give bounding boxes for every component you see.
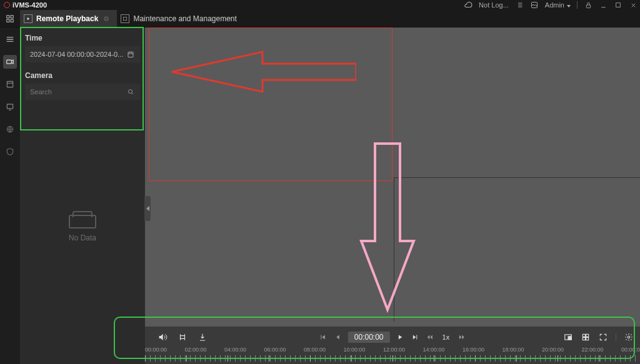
tl-label: 18:00:00 [502,347,542,354]
fullscreen-icon[interactable] [598,332,608,342]
svg-rect-17 [582,334,585,337]
nav-hamburger-icon[interactable] [3,32,17,46]
empty-box-icon [69,215,96,229]
nav-globe-icon[interactable] [3,122,17,136]
tl-label: 04:00:00 [224,347,264,354]
svg-rect-18 [586,334,589,337]
tl-label: 10:00:00 [344,347,384,354]
lock-icon[interactable] [584,1,592,9]
app-title: iVMS-4200 [12,1,47,9]
image-icon[interactable] [530,1,539,9]
tl-label: 00:00:00 [145,347,185,354]
cloud-icon[interactable] [464,1,472,9]
no-data-text: No Data [69,234,96,242]
app-logo-icon [4,2,10,8]
date-range-input[interactable]: 2024-07-04 00:00:00-2024-0... [25,46,140,62]
skip-back-icon[interactable] [318,332,328,342]
nav-strip [0,27,20,364]
tab-label: Remote Playback [36,14,98,23]
speed-up-icon[interactable] [457,332,467,342]
time-heading: Time [25,34,140,42]
annotation-pink-down-arrow [359,141,416,316]
annotation-red-box [149,27,392,181]
skip-forward-icon[interactable] [410,332,420,342]
no-data-indicator: No Data [20,215,145,242]
main-area: Time 2024-07-04 00:00:00-2024-0... Camer… [0,27,640,364]
tabbar: Remote Playback Maintenance and Manageme… [0,10,640,27]
grid-layout-icon[interactable] [581,332,591,342]
tab-close-icon[interactable] [102,14,111,23]
camera-search-input[interactable]: Search [25,84,140,100]
home-grid-button[interactable] [0,10,20,27]
minimize-icon[interactable] [599,1,608,9]
tl-label: 08:00:00 [304,347,344,354]
collapse-panel-button[interactable] [144,196,151,221]
timeline-major-ticks [145,355,640,362]
svg-rect-4 [11,15,13,17]
video-area[interactable]: 00:00:00 1x [145,27,640,364]
tl-label: 16:00:00 [462,347,502,354]
step-back-icon[interactable] [333,332,343,342]
annotation-red-left-arrow [169,50,356,94]
speed-display: 1x [440,333,452,341]
svg-rect-16 [568,337,571,340]
svg-rect-1 [586,5,590,8]
grid-divider-h [394,177,640,178]
cloud-status-text: Not Log... [479,1,509,9]
svg-rect-2 [616,3,621,7]
titlebar: iVMS-4200 Not Log... Admin [0,0,640,10]
nav-shield-icon[interactable] [3,145,17,159]
nav-camera-icon[interactable] [3,55,17,69]
playback-control-bar: 00:00:00 1x [145,327,640,364]
tl-label: 14:00:00 [423,347,463,354]
divider-icon [616,333,616,341]
search-placeholder: Search [30,88,52,96]
window-layout-icon[interactable] [563,332,573,342]
speed-down-icon[interactable] [425,332,435,342]
svg-rect-5 [7,19,9,22]
maintenance-icon [121,14,129,23]
tab-remote-playback[interactable]: Remote Playback [20,10,117,27]
list-icon[interactable] [515,1,524,9]
svg-rect-13 [128,52,133,57]
tl-label: 06:00:00 [264,347,304,354]
clip-icon[interactable] [178,332,188,342]
svg-point-21 [628,336,630,338]
tl-label: 00:00:0 [621,347,640,354]
camera-heading: Camera [25,71,140,80]
calendar-icon [126,50,135,59]
svg-rect-9 [7,60,12,64]
side-panel: Time 2024-07-04 00:00:00-2024-0... Camer… [20,27,145,364]
nav-monitor-icon[interactable] [3,100,17,114]
grid-divider-v [394,177,394,322]
maximize-icon[interactable] [614,1,622,9]
settings-icon[interactable] [624,332,634,342]
search-icon [126,87,135,96]
svg-rect-20 [586,338,589,340]
tl-label: 02:00:00 [185,347,225,354]
nav-event-icon[interactable] [3,77,17,91]
play-icon[interactable] [395,332,405,342]
svg-rect-10 [7,81,12,87]
download-icon[interactable] [198,332,208,342]
svg-rect-8 [124,17,127,20]
user-menu[interactable]: Admin [545,1,571,9]
tab-label: Maintenance and Management [133,14,236,23]
date-range-text: 2024-07-04 00:00:00-2024-0... [30,51,123,58]
playback-icon [24,14,32,23]
svg-rect-6 [11,19,13,22]
tab-maintenance[interactable]: Maintenance and Management [117,10,242,27]
tl-label: 22:00:00 [582,347,622,354]
svg-rect-3 [7,15,9,17]
current-time-display: 00:00:00 [348,332,390,343]
tl-label: 20:00:00 [542,347,582,354]
svg-rect-19 [582,338,585,340]
close-icon[interactable] [629,1,638,9]
timeline[interactable]: 00:00:00 02:00:00 04:00:00 06:00:00 08:0… [145,347,640,364]
timeline-labels: 00:00:00 02:00:00 04:00:00 06:00:00 08:0… [145,347,640,354]
svg-point-14 [129,90,132,94]
divider-icon [577,1,578,9]
tl-label: 12:00:00 [383,347,423,354]
volume-icon[interactable] [158,332,168,342]
svg-rect-11 [7,104,12,109]
